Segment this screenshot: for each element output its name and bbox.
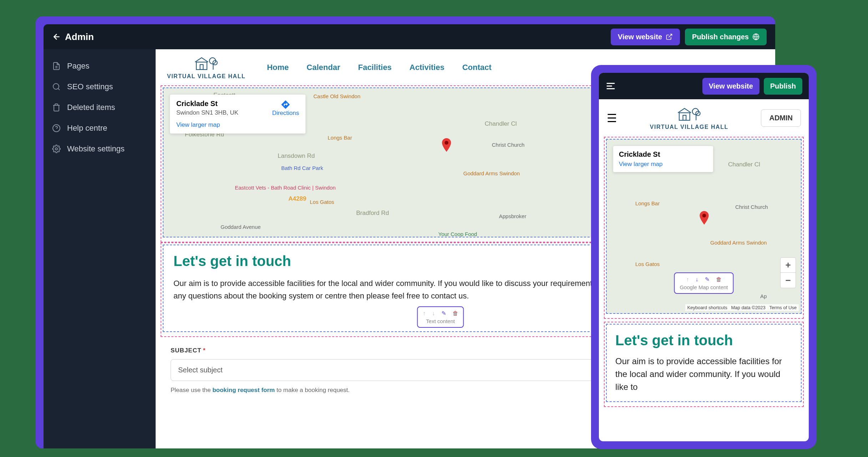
mobile-frame: View website Publish ☰ VIRTUAL VILLAGE H… (591, 65, 817, 449)
map-info-subtitle: Swindon SN1 3HB, UK (176, 109, 238, 116)
menu-icon[interactable] (605, 81, 616, 91)
nav-facilities[interactable]: Facilities (358, 63, 392, 72)
svg-point-15 (702, 214, 706, 217)
subject-label: SUBJECT (171, 347, 201, 354)
view-website-button[interactable]: View website (611, 29, 680, 45)
publish-changes-button[interactable]: Publish changes (685, 29, 767, 45)
nav-home[interactable]: Home (267, 63, 289, 72)
edit-button[interactable]: ✎ (441, 310, 446, 317)
map-marker-icon (700, 211, 709, 225)
sidebar-item-website-settings[interactable]: Website settings (44, 139, 156, 159)
sidebar-item-pages[interactable]: Pages (44, 56, 156, 76)
sidebar-item-seo[interactable]: SEO settings (44, 76, 156, 97)
mobile-map-info-card: Cricklade St View larger map (613, 146, 713, 172)
mobile-publish-button[interactable]: Publish (764, 78, 802, 95)
mobile-map-block[interactable]: Chandler Cl Longs Bar Christ Church Godd… (606, 139, 802, 314)
sidebar-item-help[interactable]: Help centre (44, 118, 156, 139)
svg-point-9 (445, 141, 449, 145)
nav-calendar[interactable]: Calendar (307, 63, 340, 72)
map-label: Goddard Arms Swindon (710, 240, 767, 246)
map-label: Los Gatos (635, 261, 660, 267)
sidebar-item-label: Website settings (67, 144, 125, 154)
trash-icon (52, 103, 61, 112)
mobile-content-title: Let's get in touch (615, 332, 792, 348)
terms-link[interactable]: Terms of Use (769, 305, 797, 310)
map-label: Appsbroker (499, 213, 526, 219)
nav-activities[interactable]: Activities (409, 63, 444, 72)
mobile-site-logo[interactable]: VIRTUAL VILLAGE HALL (650, 106, 728, 130)
map-label: Ap (760, 293, 767, 299)
map-label: Castle Old Swindon (313, 93, 360, 99)
back-to-admin-button[interactable]: Admin (52, 31, 94, 42)
edit-button[interactable]: ✎ (705, 276, 710, 283)
map-label: A4289 (288, 195, 306, 202)
map-label: Christ Church (735, 204, 768, 210)
map-label: Bath Rd Car Park (281, 165, 323, 171)
map-marker-icon (442, 138, 451, 152)
directions-button[interactable]: Directions (272, 100, 299, 129)
svg-rect-11 (683, 115, 686, 120)
mobile-section-wrapper-text[interactable]: Let's get in touch Our aim is to provide… (604, 322, 804, 407)
booking-request-link[interactable]: booking request form (212, 387, 275, 393)
external-link-icon (666, 33, 673, 40)
site-logo[interactable]: VIRTUAL VILLAGE HALL (167, 55, 246, 80)
admin-label: Admin (65, 31, 94, 42)
sidebar-item-deleted[interactable]: Deleted items (44, 97, 156, 118)
keyboard-shortcuts-link[interactable]: Keyboard shortcuts (687, 305, 727, 310)
sidebar-item-label: Help centre (67, 124, 107, 133)
mobile-content-body: Our aim is to provide accessible facilit… (615, 355, 792, 393)
svg-rect-5 (200, 65, 203, 70)
logo-text: VIRTUAL VILLAGE HALL (650, 124, 728, 130)
mobile-inner: View website Publish ☰ VIRTUAL VILLAGE H… (599, 73, 809, 441)
view-larger-map-link[interactable]: View larger map (176, 121, 238, 129)
map-attribution: Keyboard shortcuts Map data ©2023 Terms … (685, 304, 799, 311)
toolbar-label: Text content (426, 318, 455, 324)
mobile-section-wrapper-map[interactable]: Chandler Cl Longs Bar Christ Church Godd… (604, 137, 804, 319)
map-label: Goddard Avenue (221, 224, 261, 230)
sidebar-item-label: SEO settings (67, 82, 113, 91)
house-tree-icon (194, 55, 219, 71)
svg-rect-4 (196, 62, 207, 70)
hamburger-icon[interactable]: ☰ (607, 111, 617, 125)
map-label: Goddard Arms Swindon (463, 170, 520, 176)
map-label: Chandler Cl (485, 120, 517, 127)
mobile-topbar: View website Publish (599, 73, 809, 99)
move-down-button[interactable]: ↓ (432, 310, 435, 317)
nav-contact[interactable]: Contact (462, 63, 491, 72)
arrow-left-icon (52, 32, 61, 41)
mobile-admin-button[interactable]: ADMIN (761, 109, 801, 127)
svg-point-1 (53, 84, 59, 89)
house-tree-icon (677, 106, 702, 122)
zoom-in-button[interactable]: + (781, 258, 796, 273)
zoom-controls: + − (780, 257, 796, 288)
map-label: Longs Bar (328, 135, 352, 141)
file-icon (52, 62, 61, 70)
move-up-button[interactable]: ↑ (423, 310, 426, 317)
delete-button[interactable]: 🗑 (453, 310, 458, 317)
zoom-out-button[interactable]: − (781, 273, 796, 288)
text-block-toolbar: ↑ ↓ ✎ 🗑 Text content (417, 306, 464, 328)
sidebar-item-label: Pages (67, 61, 89, 71)
mobile-text-block[interactable]: Let's get in touch Our aim is to provide… (606, 324, 802, 402)
mobile-view-website-button[interactable]: View website (702, 78, 760, 95)
logo-text: VIRTUAL VILLAGE HALL (167, 73, 246, 80)
sidebar: Pages SEO settings Deleted items Help ce… (44, 49, 156, 448)
gear-icon (52, 145, 61, 153)
map-label: Chandler Cl (728, 161, 760, 168)
view-larger-map-link[interactable]: View larger map (619, 161, 663, 168)
move-up-button[interactable]: ↑ (686, 276, 689, 283)
map-info-title: Cricklade St (176, 100, 238, 108)
globe-icon (752, 33, 760, 40)
help-icon (52, 124, 61, 132)
sidebar-item-label: Deleted items (67, 103, 115, 112)
map-label: Bradford Rd (356, 210, 389, 217)
map-label: Eastcott Vets - Bath Road Clinic | Swind… (235, 185, 335, 191)
map-label: Your Coop Food (438, 231, 477, 237)
mobile-map-toolbar: ↑ ↓ ✎ 🗑 Google Map content (674, 272, 733, 294)
delete-button[interactable]: 🗑 (716, 276, 722, 283)
toolbar-label: Google Map content (680, 284, 728, 290)
directions-icon (281, 100, 291, 110)
site-nav: Home Calendar Facilities Activities Cont… (267, 63, 491, 72)
required-indicator: * (203, 347, 206, 354)
move-down-button[interactable]: ↓ (696, 276, 698, 283)
